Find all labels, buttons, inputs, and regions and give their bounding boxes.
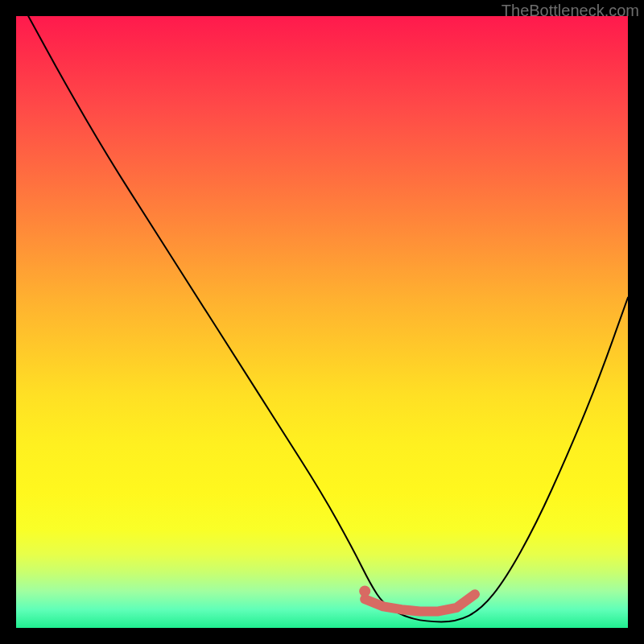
chart-container: TheBottleneck.com xyxy=(0,0,644,644)
optimal-range-line xyxy=(365,594,475,611)
optimal-point-marker xyxy=(359,585,370,597)
plot-area xyxy=(16,16,628,628)
bottleneck-curve xyxy=(28,16,628,621)
chart-svg xyxy=(16,16,628,628)
